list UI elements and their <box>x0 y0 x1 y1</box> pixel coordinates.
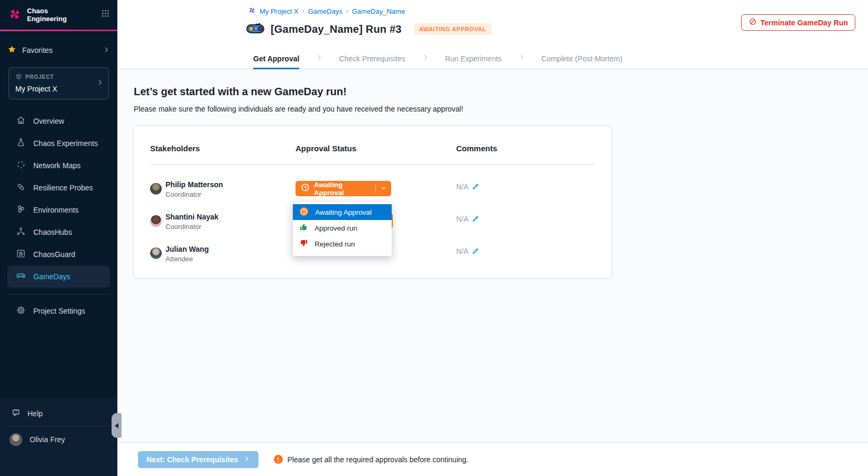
chevron-right-icon <box>96 79 104 88</box>
gamepad-icon <box>16 271 26 282</box>
comment-value: N/A <box>456 215 468 223</box>
approval-status-dropdown-button[interactable]: Awaiting Approval <box>296 181 391 196</box>
main-content: Let’s get started with a new GameDay run… <box>117 69 868 442</box>
sidebar-item-chaos-experiments[interactable]: Chaos Experiments <box>0 132 117 154</box>
avatar <box>150 215 162 227</box>
stakeholder-name: Julian Wang <box>165 245 209 253</box>
flask-icon <box>16 138 26 149</box>
menu-option-approved-run[interactable]: Approved run <box>293 220 392 236</box>
sidebar: Chaos Engineering Favorites PROJECT My P… <box>0 0 117 476</box>
project-label: PROJECT <box>25 74 54 80</box>
stakeholder-role: Coordinator <box>165 223 201 231</box>
stakeholder-role: Coordinator <box>165 190 201 198</box>
button-separator <box>375 185 376 193</box>
sidebar-collapse-handle[interactable] <box>112 413 122 438</box>
help-chat-icon: ? <box>12 408 21 419</box>
menu-option-rejected-run[interactable]: Rejected run <box>293 236 392 252</box>
terminate-gameday-button[interactable]: Terminate GameDay Run <box>741 14 855 31</box>
chevron-separator-icon: › <box>302 7 304 15</box>
brand-divider <box>0 30 117 31</box>
edit-comment-icon[interactable] <box>472 215 480 225</box>
chevron-right-icon <box>103 46 110 55</box>
app-title: Chaos Engineering <box>27 7 76 23</box>
sidebar-item-resilience-probes[interactable]: Resilience Probes <box>0 177 117 199</box>
sidebar-divider <box>7 294 110 295</box>
status-badge: AWAITING APPROVAL <box>414 23 492 35</box>
breadcrumb-project[interactable]: My Project X <box>260 7 299 15</box>
help-row[interactable]: ? Help <box>0 398 117 422</box>
breadcrumb-logo-icon <box>248 6 256 16</box>
sidebar-item-gamedays[interactable]: GameDays <box>7 266 110 288</box>
column-header-stakeholders: Stakeholders <box>150 144 200 153</box>
page-title: [GameDay_Name] Run #3 <box>271 23 402 35</box>
column-header-comments: Comments <box>456 144 497 153</box>
stakeholder-name: Shantini Nayak <box>165 213 218 221</box>
warning-text: Please get all the required approvals be… <box>288 455 468 464</box>
dashed-circle-icon <box>16 160 26 171</box>
stakeholders-card: Stakeholders Approval Status Comments Ph… <box>133 125 612 279</box>
svg-text:?: ? <box>15 410 17 414</box>
cluster-icon <box>16 204 26 216</box>
menu-option-awaiting-approval[interactable]: Awaiting Approval <box>293 204 392 220</box>
warning-icon <box>274 455 283 464</box>
sidebar-bottom: ? Help Olivia Frey <box>0 398 117 476</box>
thumbs-down-icon <box>299 239 308 249</box>
breadcrumb-gameday-name[interactable]: GameDay_Name <box>352 7 405 15</box>
chevron-down-icon <box>380 184 387 194</box>
chevron-right-icon <box>421 53 429 63</box>
user-name: Olivia Frey <box>30 435 65 444</box>
sidebar-nav: Overview Chaos Experiments Network Maps … <box>0 110 117 288</box>
edit-comment-icon[interactable] <box>472 247 480 257</box>
chevron-separator-icon: › <box>346 7 348 15</box>
approval-status-menu: Awaiting Approval Approved run Rejected … <box>293 202 392 256</box>
collapse-arrow-icon <box>115 423 118 428</box>
favorites-row[interactable]: Favorites <box>7 42 110 58</box>
sidebar-item-environments[interactable]: Environments <box>0 199 117 221</box>
chevron-right-icon <box>243 455 250 464</box>
comment-value: N/A <box>456 247 468 255</box>
approval-warning: Please get all the required approvals be… <box>274 455 468 464</box>
table-header-divider <box>150 164 595 165</box>
edit-comment-icon[interactable] <box>472 182 480 193</box>
project-selector[interactable]: PROJECT My Project X <box>8 67 109 99</box>
step-check-prerequisites[interactable]: Check Prerequisites <box>339 48 405 69</box>
gameday-gamepad-icon <box>246 22 265 36</box>
step-run-experiments[interactable]: Run Experiments <box>445 48 502 69</box>
favorites-label: Favorites <box>22 46 53 54</box>
next-check-prerequisites-button[interactable]: Next: Check Prerequisites <box>138 451 258 468</box>
chevron-right-icon <box>518 53 525 63</box>
sidebar-item-network-maps[interactable]: Network Maps <box>0 154 117 177</box>
section-heading: Let’s get started with a new GameDay run… <box>134 86 347 98</box>
run-stepper: Get Approval Check Prerequisites Run Exp… <box>253 48 622 69</box>
sidebar-item-overview[interactable]: Overview <box>0 110 117 132</box>
star-icon <box>7 45 16 56</box>
action-footer: Next: Check Prerequisites Please get all… <box>117 442 868 476</box>
stakeholder-role: Attendee <box>165 255 193 263</box>
step-get-approval[interactable]: Get Approval <box>253 48 299 69</box>
lock-icon <box>16 249 26 260</box>
cube-icon <box>15 73 22 81</box>
thumbs-up-icon <box>299 223 308 233</box>
ban-icon <box>749 17 757 28</box>
chaos-engineering-logo-icon <box>7 7 22 24</box>
avatar <box>10 433 22 446</box>
gear-icon <box>16 305 26 317</box>
avatar <box>150 248 162 259</box>
sidebar-item-project-settings[interactable]: Project Settings <box>0 301 117 321</box>
clock-icon <box>299 207 309 218</box>
step-complete-post-mortem[interactable]: Complete (Post-Mortem) <box>541 48 622 69</box>
sidebar-item-chaosguard[interactable]: ChaosGuard <box>0 243 117 266</box>
user-row[interactable]: Olivia Frey <box>0 426 117 446</box>
breadcrumb: My Project X › GameDays › GameDay_Name <box>248 6 405 16</box>
app-grid-icon[interactable] <box>101 9 110 20</box>
chevron-right-icon <box>315 53 323 63</box>
breadcrumb-gamedays[interactable]: GameDays <box>308 7 343 15</box>
comment-value: N/A <box>456 182 468 191</box>
sidebar-item-chaoshubs[interactable]: ChaosHubs <box>0 221 117 243</box>
home-icon <box>16 115 26 127</box>
page-header: My Project X › GameDays › GameDay_Name [… <box>117 0 868 69</box>
column-header-approval-status: Approval Status <box>296 144 356 153</box>
section-subheading: Please make sure the following individua… <box>134 105 463 113</box>
stakeholder-name: Philip Matterson <box>165 180 223 189</box>
hub-icon <box>16 226 26 238</box>
